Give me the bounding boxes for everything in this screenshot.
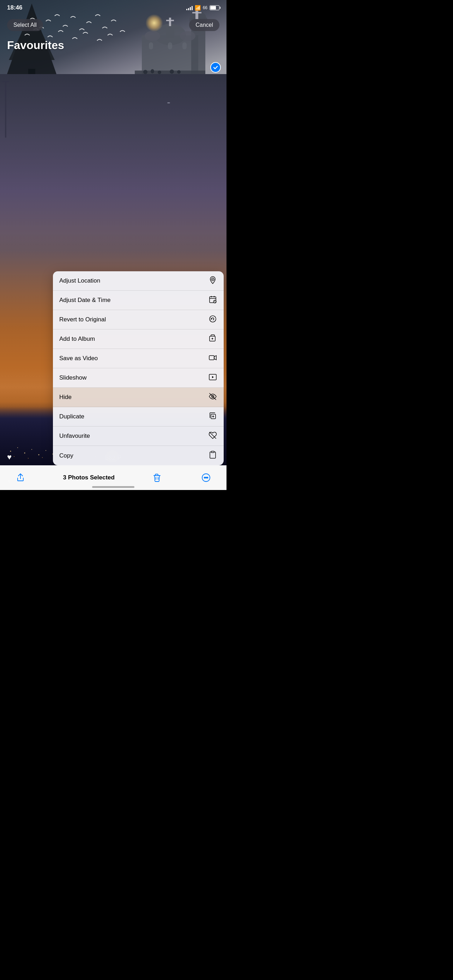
menu-item-unfavourite[interactable]: Unfavourite	[53, 426, 224, 446]
signal-icon	[186, 5, 192, 10]
duplicate-icon	[208, 412, 217, 422]
home-indicator	[92, 486, 134, 488]
svg-point-84	[207, 477, 208, 478]
trash-icon	[153, 473, 162, 482]
svg-point-25	[17, 447, 18, 448]
svg-point-18	[158, 70, 161, 74]
svg-point-82	[204, 477, 205, 478]
svg-rect-13	[168, 42, 172, 49]
svg-point-83	[205, 477, 207, 478]
svg-point-17	[151, 69, 154, 73]
location-icon	[208, 276, 217, 286]
menu-item-add-album[interactable]: Add to Album	[53, 329, 224, 349]
cancel-button[interactable]: Cancel	[189, 19, 219, 31]
menu-item-adjust-location[interactable]: Adjust Location	[53, 271, 224, 291]
svg-point-56	[28, 458, 29, 458]
more-icon	[202, 473, 211, 482]
battery-label: 66	[203, 5, 207, 10]
context-menu: Adjust Location Adjust Date & Time Rever…	[53, 271, 224, 465]
menu-item-duplicate[interactable]: Duplicate	[53, 407, 224, 426]
svg-point-74	[210, 316, 216, 322]
status-bar: 18:46 📶 66	[0, 0, 227, 16]
share-icon	[16, 473, 25, 482]
svg-rect-12	[149, 42, 153, 49]
menu-item-revert[interactable]: Revert to Original	[53, 310, 224, 329]
svg-point-16	[143, 70, 148, 74]
menu-item-hide[interactable]: Hide	[53, 388, 224, 407]
slideshow-icon	[208, 373, 217, 383]
unfavourite-icon	[208, 431, 217, 441]
svg-point-24	[10, 451, 11, 452]
svg-point-19	[170, 70, 174, 74]
hide-icon	[208, 392, 217, 402]
svg-point-28	[38, 454, 40, 455]
selection-check-top[interactable]	[210, 62, 221, 73]
delete-button[interactable]	[151, 471, 163, 484]
svg-rect-76	[209, 356, 214, 360]
calendar-icon	[208, 295, 217, 305]
svg-point-27	[32, 449, 32, 450]
menu-item-slideshow[interactable]: Slideshow	[53, 368, 224, 388]
svg-point-26	[24, 453, 25, 453]
svg-rect-23	[28, 69, 35, 74]
menu-item-adjust-date[interactable]: Adjust Date & Time	[53, 291, 224, 310]
checkmark-icon	[213, 65, 218, 70]
menu-item-save-video[interactable]: Save as Video	[53, 349, 224, 368]
status-time: 18:46	[7, 4, 22, 11]
svg-point-57	[42, 457, 43, 458]
share-button[interactable]	[14, 471, 27, 484]
selected-count-label: 3 Photos Selected	[63, 474, 114, 481]
wifi-icon: 📶	[195, 5, 201, 11]
revert-icon	[208, 315, 217, 325]
svg-rect-80	[211, 451, 214, 453]
svg-point-20	[177, 70, 181, 74]
svg-point-29	[46, 450, 46, 451]
status-icons: 📶 66	[186, 5, 219, 11]
select-all-button[interactable]: Select All	[7, 19, 43, 31]
menu-item-copy[interactable]: Copy	[53, 446, 224, 465]
add-album-icon	[208, 334, 217, 344]
svg-point-71	[212, 279, 213, 280]
svg-rect-14	[183, 42, 187, 49]
top-bar: Select All Cancel	[0, 16, 227, 35]
battery-icon	[210, 5, 219, 10]
page-title: Favourites	[7, 39, 64, 52]
heart-icon-bottom: ♥	[7, 453, 12, 462]
copy-icon	[208, 450, 217, 461]
more-button[interactable]	[200, 471, 212, 484]
video-icon	[208, 353, 217, 364]
svg-point-55	[14, 456, 14, 457]
